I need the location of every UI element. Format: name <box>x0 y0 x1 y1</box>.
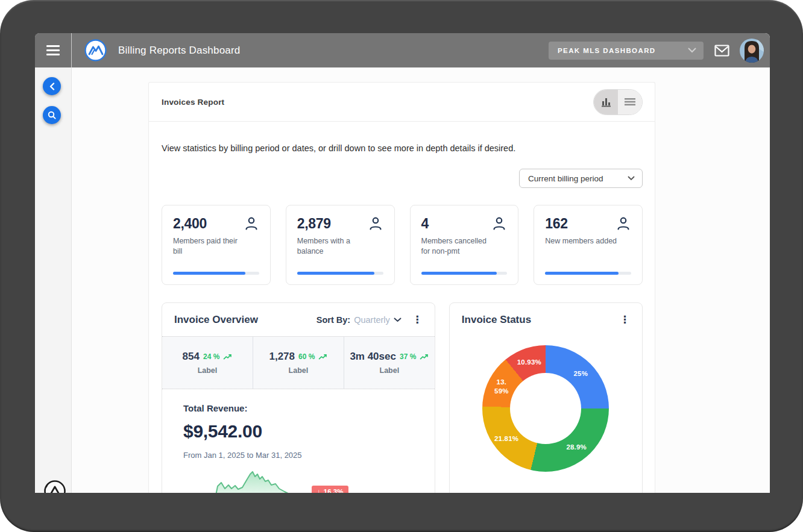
stat-card-row: 2,400 Members paid their bill 2,879 Memb… <box>162 205 643 285</box>
down-arrow-icon: ↓ <box>317 488 321 493</box>
list-view-toggle[interactable] <box>618 90 642 114</box>
revenue-date-range: From Jan 1, 2025 to Mar 31, 2025 <box>183 451 435 460</box>
stat-label: New members added <box>545 236 620 246</box>
bar-chart-icon <box>600 96 612 107</box>
stat-card-members-paid: 2,400 Members paid their bill <box>162 205 271 285</box>
stat-card-new-members: 162 New members added <box>534 205 643 285</box>
billing-period-value: Current billing period <box>528 174 603 183</box>
donut-slice-label: 21.81% <box>494 434 518 443</box>
view-toggle <box>593 89 643 115</box>
stat-card-members-balance: 2,879 Members with a balance <box>286 205 395 285</box>
overview-metrics-band: 854 24 % Label 1,278 60 % <box>162 336 435 389</box>
person-icon <box>491 216 507 231</box>
donut-slice-label: 10.93% <box>517 357 541 366</box>
left-sidebar <box>35 67 72 493</box>
chevron-down-icon <box>688 48 696 53</box>
progress-bar <box>545 272 631 275</box>
metric-2: 1,278 60 % Label <box>253 337 344 389</box>
revenue-sparkline-area <box>215 472 376 493</box>
billing-period-select[interactable]: Current billing period <box>519 169 643 188</box>
trending-up-icon <box>223 354 232 360</box>
progress-bar <box>173 272 259 275</box>
metric-label: Label <box>198 366 218 375</box>
donut-slice-label: 28.9% <box>566 443 587 452</box>
mail-icon <box>714 45 729 57</box>
trending-up-icon <box>420 354 429 360</box>
stat-label: Members cancelled for non-pmt <box>421 236 497 257</box>
collapse-sidebar-button[interactable] <box>43 77 61 95</box>
metric-1: 854 24 % Label <box>162 337 253 389</box>
search-icon <box>48 111 56 119</box>
section-title: Invoices Report <box>162 98 224 107</box>
menu-icon <box>46 45 60 55</box>
stat-value: 162 <box>545 216 567 232</box>
chevron-down-icon[interactable] <box>394 318 402 322</box>
search-button[interactable] <box>43 106 61 124</box>
user-avatar[interactable] <box>740 39 764 63</box>
report-description: View statistics by billing period or dat… <box>162 143 642 153</box>
brand: Billing Reports Dashboard <box>72 39 241 61</box>
chart-view-toggle[interactable] <box>594 90 618 114</box>
donut-slice-label: 25% <box>573 369 588 378</box>
metric-change: 24 % <box>203 352 219 361</box>
invoice-status-title: Invoice Status <box>462 314 531 326</box>
chevron-down-icon <box>628 176 635 181</box>
stat-value: 2,400 <box>173 216 207 232</box>
metric-label: Label <box>380 366 400 375</box>
workspace-selector-value: PEAK MLS DASHBOARD <box>558 47 656 54</box>
revenue-sparkline <box>215 471 376 493</box>
invoice-status-card: Invoice Status ⋮ 25%28.9%21.81%13. 59%10… <box>449 302 643 493</box>
list-icon <box>625 98 635 106</box>
stat-card-members-cancelled: 4 Members cancelled for non-pmt <box>410 205 519 285</box>
metric-value: 854 <box>183 351 200 363</box>
metric-label: Label <box>289 366 309 375</box>
invoices-report-panel: Invoices Report View statistics by billi… <box>148 82 655 493</box>
person-icon <box>616 216 631 231</box>
stat-label: Members paid their bill <box>173 236 248 257</box>
app-logo-icon <box>84 39 107 61</box>
main-content: Invoices Report View statistics by billi… <box>72 67 770 493</box>
app-bar: Billing Reports Dashboard PEAK MLS DASHB… <box>35 33 770 67</box>
status-menu-button[interactable]: ⋮ <box>620 315 630 325</box>
stat-label: Members with a balance <box>297 236 373 257</box>
page-title: Billing Reports Dashboard <box>118 45 241 57</box>
invoice-status-donut: 25%28.9%21.81%13. 59%10.93% <box>482 345 609 472</box>
stat-value: 2,879 <box>297 216 331 232</box>
metric-3: 3m 40sec 37 % Label <box>344 337 435 389</box>
workspace-selector[interactable]: PEAK MLS DASHBOARD <box>549 42 704 60</box>
app-screen: Billing Reports Dashboard PEAK MLS DASHB… <box>35 33 770 493</box>
invoice-overview-title: Invoice Overview <box>174 314 258 326</box>
person-icon <box>244 216 259 231</box>
progress-bar <box>421 272 508 275</box>
invoice-overview-card: Invoice Overview Sort By: Quarterly ⋮ <box>162 302 435 493</box>
metric-value: 3m 40sec <box>350 351 396 363</box>
vendor-logo-icon <box>43 479 67 493</box>
change-badge-value: 16.3% <box>324 488 344 493</box>
change-badge: ↓ 16.3% <box>312 486 348 493</box>
total-revenue-label: Total Revenue: <box>183 403 435 413</box>
person-icon <box>368 216 383 231</box>
donut-slice-label: 13. 59% <box>494 378 509 396</box>
total-revenue-value: $9,542.00 <box>183 421 435 442</box>
sort-by-label: Sort By: <box>316 315 350 325</box>
stat-value: 4 <box>421 216 429 232</box>
chevron-left-icon <box>49 83 55 90</box>
menu-button[interactable] <box>35 33 72 67</box>
sort-by-value[interactable]: Quarterly <box>354 315 390 325</box>
invoice-status-donut-wrap: 25%28.9%21.81%13. 59%10.93% <box>482 345 609 472</box>
metric-change: 60 % <box>298 352 315 361</box>
trending-up-icon <box>318 354 327 360</box>
metric-value: 1,278 <box>269 351 295 363</box>
overview-menu-button[interactable]: ⋮ <box>412 315 423 325</box>
metric-change: 37 % <box>400 352 416 361</box>
invoices-report-header: Invoices Report <box>149 83 655 122</box>
mail-button[interactable] <box>714 45 729 57</box>
screenshot-stage: Billing Reports Dashboard PEAK MLS DASHB… <box>0 0 803 532</box>
progress-bar <box>297 272 383 275</box>
